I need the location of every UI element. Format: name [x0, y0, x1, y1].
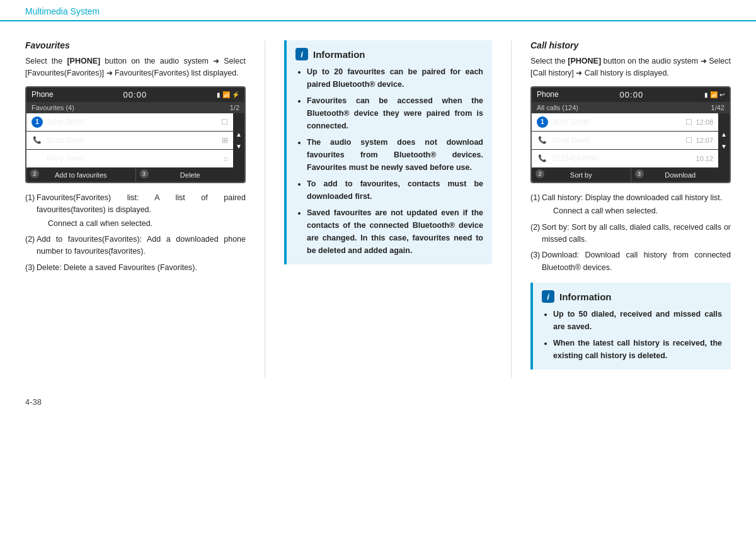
- favourites-phone-ui: Phone 00:00 ▮ 📶 ⚡ Favourites (4) 1/2 1 J…: [25, 86, 246, 183]
- info-bullet-right-1: Up to 50 dialed, received and missed cal…: [553, 308, 722, 333]
- sort-by-label: Sort by: [570, 171, 592, 179]
- call-row-1: 1 John Smith ☐ 12:08: [532, 113, 718, 132]
- add-favourites-label: Add to favourites: [55, 171, 107, 179]
- download-label: Download: [665, 171, 696, 179]
- phone-subheader-right: All calls (124) 1/42: [532, 102, 730, 113]
- phone-label-left: Phone: [32, 90, 54, 99]
- add-to-favourites-btn[interactable]: 2 Add to favourites: [26, 168, 136, 182]
- phone-header-right: Phone 00:00 ▮ 📶 ↩: [532, 88, 730, 102]
- scroll-arrows-left: ▲ ▼: [233, 113, 244, 168]
- phone-bt-icon-right: ↩: [719, 91, 724, 98]
- info-bullet-1: Up to 20 favourites can be paired for ea…: [307, 65, 483, 91]
- phone-row-2-left: 📞 Scott Davis ⊞: [26, 132, 233, 150]
- call-history-section: Call history Select the [PHONE] button o…: [518, 40, 731, 378]
- scroll-arrows-right: ▲ ▼: [718, 113, 730, 168]
- info-bullet-4: To add to favourites, contacts must be d…: [307, 178, 483, 203]
- btn-num-3-left: 3: [140, 169, 149, 178]
- call-row-time-3: 10.12: [696, 155, 714, 162]
- favourites-numbered-list: (1) Favourites(Favorites) list: A list o…: [25, 192, 246, 274]
- call-history-title: Call history: [530, 40, 731, 50]
- call-row-icon-1: 1: [537, 116, 548, 128]
- favourites-section: Favourites Select the [PHONE] button on …: [25, 40, 258, 378]
- phone-status-icons-right: ▮ 📶 ↩: [704, 91, 724, 98]
- row-right-icon-3-left: ⌂: [224, 154, 228, 163]
- page-footer: 4-38: [0, 391, 756, 413]
- phone-row-3-left: Mary Jones ⌂: [26, 150, 233, 168]
- call-row-name-3: 01234567890: [548, 154, 692, 163]
- info-box-header-middle: i Information: [295, 48, 483, 60]
- phone-bt-icon: ⚡: [232, 91, 239, 98]
- call-history-numbered-list: (1) Call history: Display the downloaded…: [530, 192, 731, 274]
- header-title: Multimedia System: [25, 6, 731, 20]
- phone-row-1-left: 1 John Smith ☐: [26, 113, 233, 132]
- call-row-icon-3: 📞: [537, 153, 548, 164]
- phone-page-indicator-right: 1/42: [711, 104, 724, 111]
- phone-signal-icon-right: 📶: [710, 91, 718, 98]
- page-header: Multimedia System: [0, 0, 756, 21]
- btn-num-2-right: 2: [536, 169, 544, 178]
- info-bullet-2: Favourites can be accessed when the Blue…: [307, 94, 483, 132]
- fav-list-item-3: (3) Delete: Delete a saved Favourites (F…: [25, 262, 246, 274]
- call-row-time-2: 12:07: [696, 137, 714, 144]
- call-list-item-1: (1) Call history: Display the downloaded…: [530, 192, 731, 218]
- phone-footer-left: 2 Add to favourites 3 Delete: [26, 168, 244, 182]
- row-icon-3-left: [32, 153, 43, 164]
- scroll-up-icon-right: ▲: [721, 131, 727, 138]
- call-row-phone-icon-1: ☐: [685, 118, 692, 127]
- row-right-icon-1-left: ☐: [221, 118, 228, 127]
- row-icon-2-left: 📞: [32, 135, 43, 146]
- call-history-description: Select the [PHONE] button on the audio s…: [530, 55, 731, 80]
- delete-btn-left[interactable]: 3 Delete: [136, 168, 245, 182]
- info-bullets-right: Up to 50 dialed, received and missed cal…: [542, 308, 722, 362]
- phone-time-right: 00:00: [620, 90, 644, 99]
- phone-battery-icon-right: ▮: [704, 91, 708, 98]
- phone-list-label: Favourites (4): [32, 104, 74, 111]
- row-name-1-left: John Smith: [43, 118, 221, 127]
- phone-page-indicator-left: 1/2: [230, 104, 239, 111]
- call-row-phone-icon-2: ☐: [685, 136, 692, 145]
- phone-footer-right: 2 Sort by 3 Download: [532, 168, 730, 182]
- row-right-icon-2-left: ⊞: [222, 136, 228, 145]
- call-history-label: All calls (124): [537, 104, 578, 111]
- phone-signal-icon: 📶: [222, 91, 230, 98]
- call-history-phone-ui: Phone 00:00 ▮ 📶 ↩ All calls (124) 1/42 1…: [530, 86, 731, 183]
- info-bullets-middle: Up to 20 favourites can be paired for ea…: [295, 65, 483, 257]
- call-row-2: 📞 Scott Davis ☐ 12:07: [532, 132, 718, 150]
- call-list-item-3: (3) Download: Download call history from…: [530, 249, 731, 274]
- sort-by-btn[interactable]: 2 Sort by: [532, 168, 631, 182]
- fav-list-item-2: (2) Add to favourites(Favorites): Add a …: [25, 234, 246, 258]
- fav-list-item-1: (1) Favourites(Favorites) list: A list o…: [25, 192, 246, 230]
- info-bullet-right-2: When the latest call history is received…: [553, 337, 722, 362]
- call-list-item-2: (2) Sort by: Sort by all calls, dialed c…: [530, 222, 731, 246]
- scroll-up-icon: ▲: [236, 131, 242, 138]
- phone-subheader-left: Favourites (4) 1/2: [26, 102, 244, 113]
- scroll-down-icon-right: ▼: [721, 143, 727, 150]
- info-icon-right: i: [542, 290, 554, 303]
- favourites-description: Select the [PHONE] button on the audio s…: [25, 55, 246, 80]
- divider-middle-right: [511, 40, 512, 378]
- info-title-middle: Information: [313, 49, 365, 60]
- row-name-2-left: Scott Davis: [43, 136, 222, 145]
- download-btn[interactable]: 3 Download: [631, 168, 730, 182]
- delete-label: Delete: [180, 171, 200, 179]
- row-icon-1-left: 1: [32, 116, 43, 128]
- info-bullet-5: Saved favourites are not updated even if…: [307, 206, 483, 257]
- info-title-right: Information: [559, 291, 612, 302]
- phone-list-wrap-right: 1 John Smith ☐ 12:08 📞 Scott Davis ☐ 12:…: [532, 113, 730, 168]
- phone-label-right: Phone: [537, 90, 559, 99]
- information-section: i Information Up to 20 favourites can be…: [272, 40, 505, 378]
- btn-num-2-left: 2: [30, 169, 39, 178]
- phone-time-left: 00:00: [123, 90, 147, 99]
- info-icon-middle: i: [295, 48, 308, 60]
- page-number: 4-38: [25, 397, 42, 407]
- row-name-3-left: Mary Jones: [43, 154, 224, 163]
- call-row-icon-2: 📞: [537, 135, 548, 146]
- phone-rows-left: 1 John Smith ☐ 📞 Scott Davis ⊞ Mary Jone…: [26, 113, 233, 168]
- divider-left-middle: [265, 40, 265, 378]
- call-row-name-1: John Smith: [548, 118, 685, 127]
- info-box-middle: i Information Up to 20 favourites can be…: [284, 40, 492, 264]
- btn-num-3-right: 3: [635, 169, 644, 178]
- info-box-header-right: i Information: [542, 290, 722, 303]
- phone-status-icons-left: ▮ 📶 ⚡: [217, 91, 239, 98]
- phone-list-wrap-left: 1 John Smith ☐ 📞 Scott Davis ⊞ Mary Jone…: [26, 113, 244, 168]
